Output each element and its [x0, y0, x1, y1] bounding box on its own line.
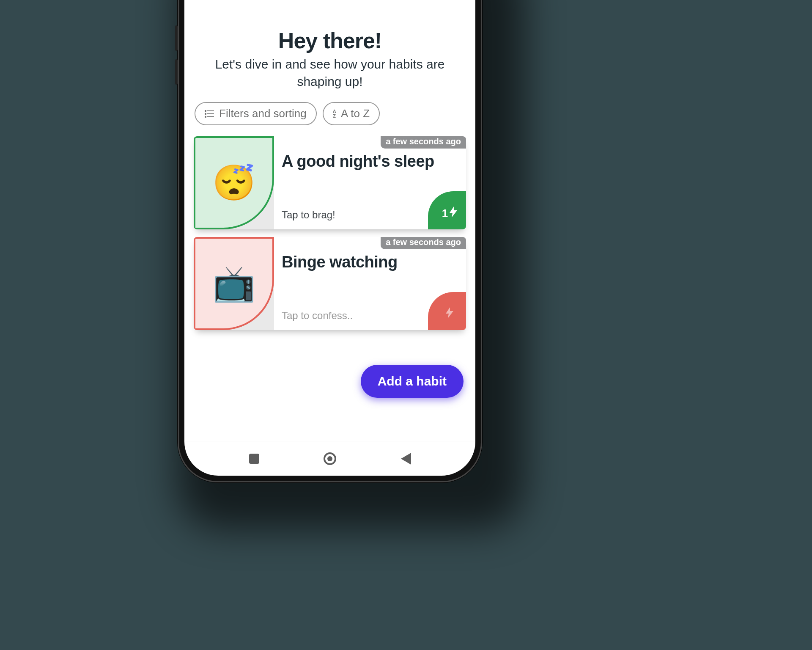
phone-frame: Hey there! Let's dive in and see how you…	[178, 0, 482, 482]
list-icon	[205, 110, 214, 118]
sort-label: A to Z	[341, 107, 370, 120]
nav-back-icon[interactable]	[401, 453, 411, 465]
filters-sorting-chip[interactable]: Filters and sorting	[195, 102, 317, 125]
tv-emoji-icon: 📺	[212, 263, 255, 304]
habit-emoji-tile: 📺	[194, 237, 274, 330]
habit-title: Binge watching	[282, 253, 458, 271]
bolt-icon	[446, 307, 453, 321]
nav-recent-icon[interactable]	[249, 454, 259, 464]
habit-title: A good night's sleep	[282, 152, 458, 171]
timestamp-badge: a few seconds ago	[381, 136, 466, 149]
phone-screen: Hey there! Let's dive in and see how you…	[184, 0, 475, 476]
streak-count: 1	[442, 207, 448, 220]
page-subtitle: Let's dive in and see how your habits ar…	[196, 56, 464, 90]
timestamp-badge: a few seconds ago	[381, 237, 466, 249]
svg-point-0	[205, 110, 206, 111]
svg-point-2	[205, 113, 206, 114]
bolt-icon	[450, 207, 457, 220]
sleep-emoji-icon: 😴	[212, 162, 255, 203]
page-title: Hey there!	[184, 28, 475, 53]
habit-card-sleep[interactable]: 😴 a few seconds ago A good night's sleep…	[194, 136, 466, 229]
nav-home-icon[interactable]	[324, 452, 336, 465]
habit-emoji-tile: 😴	[194, 136, 274, 229]
habit-card-binge[interactable]: 📺 a few seconds ago Binge watching Tap t…	[194, 237, 466, 330]
filter-chip-row: Filters and sorting AZ A to Z	[184, 90, 475, 133]
sort-chip[interactable]: AZ A to Z	[323, 102, 380, 125]
add-habit-button[interactable]: Add a habit	[361, 365, 464, 398]
filters-sorting-label: Filters and sorting	[219, 107, 307, 120]
svg-point-4	[205, 116, 206, 117]
az-icon: AZ	[333, 109, 336, 118]
android-navbar	[184, 441, 475, 476]
